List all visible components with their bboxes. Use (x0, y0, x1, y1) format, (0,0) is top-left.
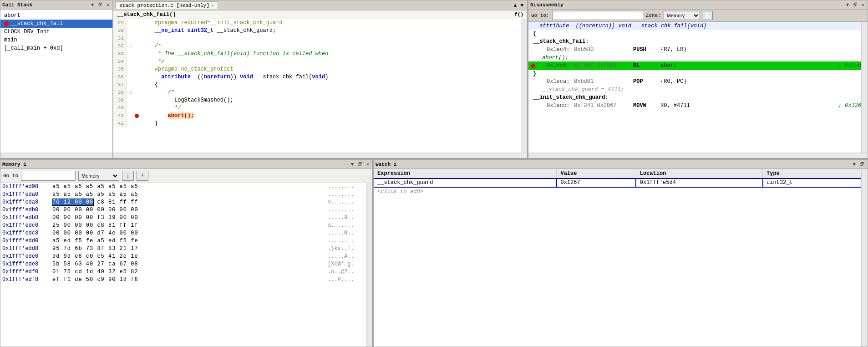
line-bp-35[interactable] (133, 66, 140, 73)
memory-zone-select[interactable]: Memory (78, 171, 119, 181)
code-lines-container[interactable]: 29 #pragma required=__init_stack_chk_gua… (113, 19, 521, 153)
line-bp-33[interactable] (133, 50, 140, 58)
line-bp-42[interactable] (133, 120, 140, 128)
mem-bytes-6: 00 00 00 00 d7 4e 00 00 (52, 230, 323, 237)
line-bp-31[interactable] (133, 35, 140, 42)
watch-add-row[interactable]: <click to add> (374, 187, 861, 196)
call-stack-close-icon[interactable]: ✕ (105, 2, 111, 8)
fold-icon-32[interactable]: □ (127, 42, 133, 50)
call-stack-item-4[interactable]: [_call_main + 0xd] (0, 44, 112, 52)
line-bp-37[interactable] (133, 81, 140, 89)
code-text-41: abort(); (140, 112, 194, 120)
mem-row-12[interactable]: 0x1fff'edf8ef f1 de 50 c9 90 18 f8...P..… (0, 276, 366, 284)
memory-vscroll[interactable] (366, 183, 372, 347)
mem-row-1[interactable]: 0x1fff'eda0a5 a5 a5 a5 a5 a5 a5 a5......… (0, 191, 366, 199)
mem-ascii-9: .....A.. (323, 253, 364, 260)
code-vscroll[interactable] (521, 19, 527, 153)
mem-row-10[interactable]: 0x1fff'ede85b 58 63 40 27 ca 67 08[Xc@'.… (0, 260, 366, 268)
disasm-pin-icon[interactable]: ▼ (845, 2, 851, 8)
line-bp-39[interactable] (133, 97, 140, 104)
mem-addr-7: 0x1fff'edd0 (2, 237, 52, 245)
code-editor-panel: stack_protection.c [Read-Only] ✕ ▲ ▼ __s… (113, 0, 528, 158)
mem-row-11[interactable]: 0x1fff'edf001 75 cd 1d 40 32 e5 82.u..@2… (0, 268, 366, 276)
code-tab[interactable]: stack_protection.c [Read-Only] ✕ (115, 1, 218, 9)
mem-row-7[interactable]: 0x1fff'edd0a5 ed f5 fe a5 ed f5 fe......… (0, 237, 366, 245)
disasm-row-0x1ecc:[interactable]: 0x1ecc:0xf241 0x2067MOVW R0, #4711 ; 0x1… (528, 102, 861, 110)
line-bp-41[interactable] (133, 112, 140, 120)
disasm-dock-icon[interactable]: 🗗 (851, 2, 859, 8)
disasm-zone-label: Zone: (646, 13, 661, 18)
line-bp-30[interactable] (133, 27, 140, 35)
disasm-header: Disassembly ▼ 🗗 ✕ (528, 0, 868, 10)
code-line-29: 29 #pragma required=__init_stack_chk_gua… (113, 19, 521, 27)
mem-bytes-5: 25 00 00 00 c8 81 ff 1f (52, 222, 323, 230)
disasm-zone-select[interactable]: Memory (664, 11, 700, 20)
fold-icon-33 (127, 50, 133, 58)
mem-row-8[interactable]: 0x1fff'edd895 7d 6b 73 8f 83 21 17.}ks..… (0, 245, 366, 253)
code-text-37: { (140, 81, 158, 89)
line-bp-29[interactable] (133, 19, 140, 27)
disasm-row-0x1ec4:[interactable]: 0x1ec4:0xb580PUSH {R7, LR} (528, 46, 861, 54)
memory-close-icon[interactable]: ✕ (365, 161, 371, 167)
disasm-hex: 0xb580 (574, 46, 633, 54)
watch-pin-icon[interactable]: ▼ (851, 162, 857, 167)
disasm-vscroll[interactable] (861, 22, 868, 153)
memory-dock-icon[interactable]: 🗗 (356, 161, 364, 167)
memory-rows-container[interactable]: 0x1fff'ed98a5 a5 a5 a5 a5 a5 a5 a5......… (0, 183, 366, 347)
code-hscroll[interactable] (113, 153, 527, 158)
mem-ascii-11: .u..@2.. (323, 268, 364, 276)
mem-addr-9: 0x1fff'ede0 (2, 253, 52, 260)
mem-addr-6: 0x1fff'edc8 (2, 230, 52, 237)
code-scroll-up[interactable]: ▲ (512, 3, 519, 8)
line-bp-40[interactable] (133, 104, 140, 112)
watch-row-0[interactable]: __stack_chk_guard0x12670x1fff'e5d4uint32… (374, 179, 861, 187)
code-tab-close[interactable]: ✕ (211, 3, 214, 8)
fold-icon-38[interactable]: □ (127, 89, 133, 97)
mem-bytes-8: 95 7d 6b 73 8f 83 21 17 (52, 245, 323, 253)
disasm-goto-input[interactable] (552, 11, 643, 20)
disasm-lines-container[interactable]: __attribute__((noreturn)) void __stack_c… (528, 22, 861, 153)
mem-row-2[interactable]: 0x1fff'eda876 12 00 00 c8 81 ff ffv.....… (0, 199, 366, 206)
code-text-40: */ (140, 104, 181, 112)
mem-row-0[interactable]: 0x1fff'ed98a5 a5 a5 a5 a5 a5 a5 a5......… (0, 183, 366, 191)
line-bp-36[interactable] (133, 73, 140, 81)
memory-arrow-down-btn[interactable]: ↓ (122, 171, 134, 181)
watch-dock-icon[interactable]: 🗗 (858, 161, 866, 167)
call-stack-item-0[interactable]: abort (0, 11, 112, 20)
code-text-29: #pragma required=__init_stack_chk_guard (140, 19, 283, 27)
function-picker-btn[interactable]: f() (514, 12, 523, 17)
disasm-hscroll[interactable] (528, 153, 868, 158)
code-scroll-down[interactable]: ▼ (518, 3, 525, 8)
memory-layout-btn[interactable]: ⫶ (137, 171, 148, 181)
call-stack-item-1[interactable]: __stack_chk_fail (0, 20, 112, 28)
disasm-close-icon[interactable]: ✕ (860, 2, 866, 8)
memory-goto-input[interactable] (21, 171, 76, 181)
call-stack-hscroll[interactable] (0, 153, 112, 158)
fold-icon-35 (127, 66, 133, 73)
line-bp-38[interactable] (133, 89, 140, 97)
fold-icon-34 (127, 58, 133, 66)
line-bp-34[interactable] (133, 58, 140, 66)
mem-row-6[interactable]: 0x1fff'edc800 00 00 00 d7 4e 00 00.....N… (0, 230, 366, 237)
disasm-close-brace: } (528, 70, 861, 77)
mem-addr-3: 0x1fff'edb0 (2, 206, 52, 214)
mem-row-9[interactable]: 0x1fff'ede09d 9d e8 c0 c5 41 2e 1e.....A… (0, 253, 366, 260)
disasm-file-btn[interactable]: 📄 (703, 11, 713, 20)
watch-content[interactable]: ExpressionValueLocationType __stack_chk_… (374, 169, 861, 347)
watch-vscroll[interactable] (861, 169, 868, 347)
memory-pin-icon[interactable]: ▼ (350, 162, 355, 167)
disasm-comment: ; 0x1ed (838, 62, 861, 70)
disasm-row-0x1ec6:[interactable]: 0x1ec6:0xf000 0xf809BLabort ; 0x1ed (528, 61, 861, 70)
mem-row-5[interactable]: 0x1fff'edc025 00 00 00 c8 81 ff 1f%.....… (0, 222, 366, 230)
line-bp-32[interactable] (133, 42, 140, 50)
call-stack-dock-icon[interactable]: 🗗 (96, 2, 104, 8)
disasm-row-0x1eca:[interactable]: 0x1eca:0xbd01POP {R0, PC} (528, 77, 861, 86)
mem-ascii-0: ........ (323, 183, 364, 191)
call-stack-pin-icon[interactable]: ▼ (90, 2, 96, 8)
call-stack-item-3[interactable]: main (0, 36, 112, 44)
mem-row-3[interactable]: 0x1fff'edb000 00 00 00 00 00 00 00......… (0, 206, 366, 214)
code-text-32: /* (140, 42, 161, 50)
call-stack-controls: ▼ 🗗 ✕ (90, 2, 111, 8)
call-stack-item-2[interactable]: CLOCK_DRV_Init (0, 28, 112, 36)
mem-row-4[interactable]: 0x1fff'edb800 00 00 00 f3 39 00 00.....9… (0, 214, 366, 222)
